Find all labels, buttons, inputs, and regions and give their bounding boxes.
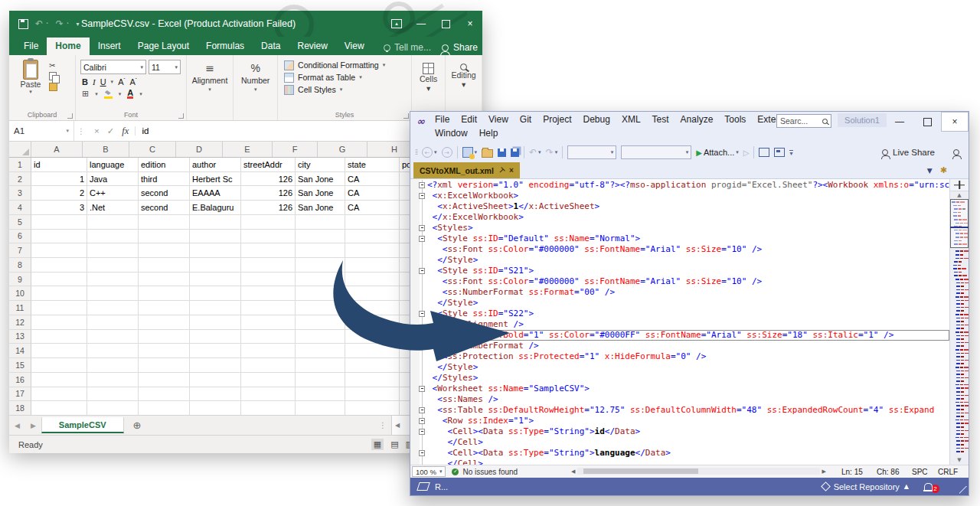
cell-E5[interactable] [241, 215, 296, 230]
cell-B5[interactable] [87, 215, 139, 230]
cell-G3[interactable]: CA [345, 186, 400, 201]
cell-G8[interactable] [345, 258, 400, 273]
cell-B1[interactable]: language [87, 158, 139, 172]
fold-collapse-icon[interactable] [419, 418, 425, 424]
format-as-table-button[interactable]: Format as Table▾ [284, 73, 411, 83]
code-line-19[interactable]: </Styles> [410, 373, 949, 384]
fold-collapse-icon[interactable] [419, 225, 425, 231]
pin-icon[interactable]: ⊤ [497, 165, 507, 175]
code-line-27[interactable]: </Cell> [410, 459, 949, 465]
copy-button[interactable] [49, 72, 57, 80]
save-all-icon[interactable] [511, 149, 519, 157]
ribbon-tab-insert[interactable]: Insert [90, 38, 129, 55]
cell-G7[interactable] [345, 243, 400, 258]
menu-xml[interactable]: XML [622, 114, 641, 125]
cell-D13[interactable] [190, 330, 241, 344]
minimize-button[interactable]: — [886, 112, 913, 132]
enter-check-icon[interactable]: ✓ [107, 126, 115, 136]
code-line-6[interactable]: <Style ss:ID="Default" ss:Name="Normal"> [410, 233, 949, 244]
navigate-forward-icon[interactable]: → [442, 147, 452, 158]
code-line-15[interactable]: <ss:Font ss:Bold="1" ss:Color="#0000FF" … [410, 330, 949, 341]
cell-B16[interactable] [87, 373, 139, 387]
cell-D8[interactable] [190, 258, 241, 273]
cell-B12[interactable] [87, 315, 139, 330]
code-line-8[interactable]: </Style> [410, 255, 949, 266]
column-indicator[interactable]: Ch: 86 [877, 468, 912, 476]
code-line-21[interactable]: <ss:Names /> [410, 394, 949, 405]
editor-horizontal-scrollbar[interactable]: ◀ ▶ [571, 468, 826, 475]
cell-B13[interactable] [87, 330, 139, 344]
code-line-22[interactable]: <ss:Table ss:DefaultRowHeight="12.75" ss… [410, 405, 949, 416]
cell-A15[interactable] [31, 358, 87, 373]
minimize-button[interactable]: — [409, 11, 433, 37]
menu-file[interactable]: File [435, 114, 449, 125]
spaces-indicator[interactable]: SPC [912, 468, 938, 476]
cell-D10[interactable] [190, 286, 241, 301]
code-line-18[interactable]: </Style> [410, 362, 949, 373]
live-share-button[interactable]: Live Share [882, 148, 935, 157]
column-header-C[interactable]: C [129, 142, 176, 157]
cell-C8[interactable] [139, 258, 190, 273]
cell-A8[interactable] [31, 258, 87, 273]
cell-G9[interactable] [345, 273, 400, 287]
attach-button[interactable]: ▶ Attach... ▾ [696, 148, 739, 157]
page-layout-view-icon[interactable]: ▤ [390, 439, 398, 449]
cell-D18[interactable] [190, 401, 241, 415]
fill-color-button[interactable] [104, 90, 113, 97]
cell-C12[interactable] [139, 315, 190, 330]
cell-B4[interactable]: .Net [87, 201, 139, 215]
cell-D9[interactable] [190, 273, 241, 287]
resize-grip[interactable] [959, 486, 967, 494]
row-header-7[interactable]: 7 [9, 243, 31, 258]
menu-window[interactable]: Window [435, 128, 468, 139]
cell-C2[interactable]: third [139, 172, 190, 187]
font-size-combo[interactable]: 11▾ [149, 60, 181, 74]
cell-A16[interactable] [31, 373, 87, 387]
cell-C16[interactable] [139, 373, 190, 387]
menu-debug[interactable]: Debug [583, 114, 610, 125]
cell-styles-button[interactable]: Cell Styles▾ [284, 85, 411, 95]
cell-G10[interactable] [345, 286, 400, 301]
cell-A9[interactable] [31, 273, 87, 287]
ribbon-tab-home[interactable]: Home [47, 38, 89, 55]
number-group-button[interactable]: Number [241, 76, 270, 85]
cell-D15[interactable] [190, 358, 241, 373]
cell-D4[interactable]: E.Balaguru [190, 201, 241, 215]
ribbon-tab-file[interactable]: File [15, 38, 47, 55]
cell-B9[interactable] [87, 273, 139, 287]
cell-A5[interactable] [31, 215, 87, 230]
row-header-17[interactable]: 17 [9, 387, 31, 402]
cell-A11[interactable] [31, 301, 87, 315]
cell-B18[interactable] [87, 401, 139, 415]
cell-F15[interactable] [296, 358, 345, 373]
row-header-13[interactable]: 13 [9, 330, 31, 344]
alignment-group-button[interactable]: Alignment [192, 76, 228, 85]
fold-collapse-icon[interactable] [419, 407, 425, 413]
save-icon[interactable] [498, 149, 506, 157]
paste-button[interactable]: Paste ▾ [15, 60, 46, 95]
tabbar-resize-dots-icon[interactable]: ⋮ [374, 421, 391, 429]
row-header-9[interactable]: 9 [9, 273, 31, 287]
tell-me-box[interactable]: Tell me... [384, 42, 431, 53]
insert-function-button[interactable]: fx [122, 126, 129, 137]
cell-F18[interactable] [296, 401, 345, 415]
cell-C3[interactable]: second [139, 186, 190, 201]
cell-E13[interactable] [241, 330, 296, 344]
code-line-3[interactable]: <x:ActiveSheet>1</x:ActiveSheet> [410, 201, 949, 212]
underline-button[interactable]: U [100, 77, 106, 87]
start-without-debugging-icon[interactable]: ▷ [743, 149, 750, 157]
qat-customize-caret-icon[interactable]: ▾ [76, 21, 79, 28]
cell-A3[interactable]: 2 [31, 186, 87, 201]
cell-A10[interactable] [31, 286, 87, 301]
cell-A7[interactable] [31, 243, 87, 258]
cell-C5[interactable] [139, 215, 190, 230]
cell-F14[interactable] [296, 344, 345, 358]
maximize-button[interactable] [913, 112, 941, 132]
code-line-13[interactable]: <Style ss:ID="S22"> [410, 308, 949, 319]
cell-C11[interactable] [139, 301, 190, 315]
underline-caret-icon[interactable]: ▾ [111, 79, 114, 85]
minimap-scrollbar[interactable]: ▲ ▼ [949, 179, 969, 465]
cell-F6[interactable] [296, 230, 345, 244]
toolbar-overflow-icon[interactable]: ▾ [789, 150, 792, 155]
editor-options-gear-icon[interactable]: ✱ [940, 165, 947, 175]
